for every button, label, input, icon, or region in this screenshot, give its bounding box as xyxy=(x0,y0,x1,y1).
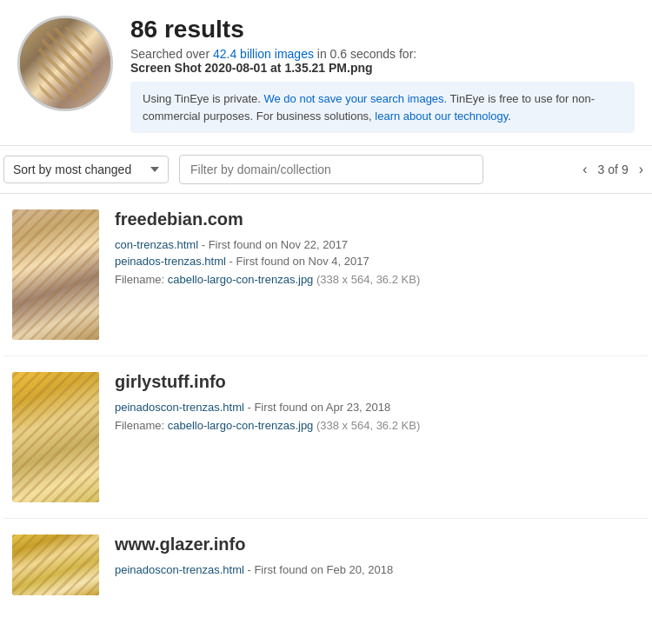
pagination: ‹ 3 of 9 › xyxy=(577,158,649,181)
search-info: Searched over 42.4 billion images in 0.6… xyxy=(130,47,635,75)
result-url-1b[interactable]: peinados-trenzas.html xyxy=(115,255,226,268)
filename-dims-1: (338 x 564, 36.2 KB) xyxy=(316,273,420,286)
privacy-notice: Using TinEye is private. We do not save … xyxy=(130,82,635,133)
result-image-3 xyxy=(12,534,99,595)
result-info-3: www.glazer.info peinadoscon-trenzas.html… xyxy=(115,534,649,580)
result-item-2: girlystuff.info peinadoscon-trenzas.html… xyxy=(3,356,649,519)
privacy-period: . xyxy=(508,110,511,123)
header-info: 86 results Searched over 42.4 billion im… xyxy=(130,16,635,133)
result-domain-3: www.glazer.info xyxy=(115,534,649,554)
results-count: 86 results xyxy=(130,16,635,43)
result-item-3: www.glazer.info peinadoscon-trenzas.html… xyxy=(3,519,649,595)
result-found-1a: - First found on Nov 22, 2017 xyxy=(202,238,348,251)
filename-link-2[interactable]: cabello-largo-con-trenzas.jpg xyxy=(168,419,314,432)
sort-dropdown[interactable]: Sort by most changed xyxy=(3,156,169,183)
sort-label: Sort by most changed xyxy=(13,163,131,176)
result-filename-1: Filename: cabello-largo-con-trenzas.jpg … xyxy=(115,273,649,286)
chevron-down-icon xyxy=(150,167,159,172)
result-found-1b: - First found on Nov 4, 2017 xyxy=(230,255,369,268)
result-link-3a: peinadoscon-trenzas.html - First found o… xyxy=(115,563,649,576)
result-item: freedebian.com con-trenzas.html - First … xyxy=(3,194,649,356)
filename-link-1[interactable]: cabello-largo-con-trenzas.jpg xyxy=(168,273,314,286)
billion-images-link[interactable]: 42.4 billion images xyxy=(213,47,314,61)
search-info-suffix: in 0.6 seconds for: xyxy=(314,47,416,61)
next-page-button[interactable]: › xyxy=(634,158,649,181)
thumbnail-image xyxy=(20,18,110,109)
result-info-1: freedebian.com con-trenzas.html - First … xyxy=(115,209,649,286)
result-info-2: girlystuff.info peinadoscon-trenzas.html… xyxy=(115,372,649,432)
search-image-thumbnail xyxy=(17,16,113,111)
header-section: 86 results Searched over 42.4 billion im… xyxy=(0,0,652,145)
page-current-num: 3 xyxy=(598,163,605,176)
result-url-3a[interactable]: peinadoscon-trenzas.html xyxy=(115,563,244,576)
page-of-label: of xyxy=(608,163,618,176)
result-link-1a: con-trenzas.html - First found on Nov 22… xyxy=(115,238,649,251)
prev-page-button[interactable]: ‹ xyxy=(577,158,592,181)
no-save-link[interactable]: We do not save your search images. xyxy=(263,92,447,105)
results-list: freedebian.com con-trenzas.html - First … xyxy=(0,194,652,595)
search-filename: Screen Shot 2020-08-01 at 1.35.21 PM.png xyxy=(130,61,373,75)
result-link-1b: peinados-trenzas.html - First found on N… xyxy=(115,255,649,268)
search-info-prefix: Searched over xyxy=(130,47,213,61)
result-thumbnail-3 xyxy=(12,534,99,595)
result-found-3a: - First found on Feb 20, 2018 xyxy=(247,563,393,576)
filename-label-2: Filename: xyxy=(115,419,168,432)
learn-tech-link[interactable]: learn about our technology xyxy=(375,110,508,123)
filter-input-wrap xyxy=(179,155,483,184)
filter-input[interactable] xyxy=(179,155,483,184)
page-current: 3 of 9 xyxy=(598,163,629,176)
result-domain-2: girlystuff.info xyxy=(115,372,649,392)
privacy-prefix: Using TinEye is private. xyxy=(143,92,263,105)
result-filename-2: Filename: cabello-largo-con-trenzas.jpg … xyxy=(115,419,649,432)
controls-bar: Sort by most changed ‹ 3 of 9 › xyxy=(0,145,652,194)
result-found-2a: - First found on Apr 23, 2018 xyxy=(247,401,390,414)
result-url-1a[interactable]: con-trenzas.html xyxy=(115,238,198,251)
result-thumbnail-1 xyxy=(12,209,99,340)
result-image-1 xyxy=(12,209,99,340)
filename-dims-2: (338 x 564, 36.2 KB) xyxy=(316,419,420,432)
filename-label-1: Filename: xyxy=(115,273,168,286)
result-domain-1: freedebian.com xyxy=(115,209,649,229)
result-link-2a: peinadoscon-trenzas.html - First found o… xyxy=(115,401,649,414)
page-total-num: 9 xyxy=(622,163,629,176)
result-image-2 xyxy=(12,372,99,502)
result-thumbnail-2 xyxy=(12,372,99,502)
result-url-2a[interactable]: peinadoscon-trenzas.html xyxy=(115,401,244,414)
